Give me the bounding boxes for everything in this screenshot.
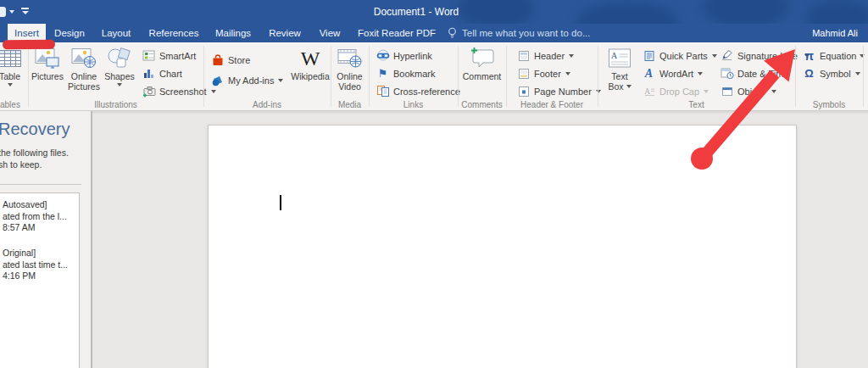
ribbon-group-links: Hyperlink ⚑ Bookmark Cross-reference Lin… — [369, 42, 458, 110]
account-user-name[interactable]: Mahmid Ali — [798, 24, 858, 42]
recovered-file-item[interactable]: Original] ated last time t... 4:16 PM — [3, 248, 75, 282]
date-time-button[interactable]: Date & Time — [718, 64, 806, 82]
wikipedia-button[interactable]: W Wikipedia — [292, 42, 329, 81]
header-button[interactable]: Header — [515, 47, 603, 64]
object-label: Object — [737, 86, 765, 97]
panel-divider — [91, 111, 92, 368]
titlebar-decoration — [704, 0, 788, 24]
tab-layout[interactable]: Layout — [95, 24, 137, 42]
bookmark-button[interactable]: ⚑ Bookmark — [374, 64, 462, 82]
cross-reference-icon — [376, 85, 390, 98]
dropdown-caret-icon — [278, 79, 283, 82]
title-bar: Document1 - Word — — [0, 0, 868, 24]
text-box-label-1: Text — [611, 71, 627, 81]
screenshot-label: Screenshot — [159, 86, 207, 97]
tab-references[interactable]: References — [144, 24, 203, 42]
ribbon-group-comments: Comment Comments — [458, 42, 506, 110]
customize-quick-access-toolbar-icon[interactable] — [21, 8, 29, 14]
my-addins-button[interactable]: My Add-ins — [209, 70, 292, 91]
text-box-icon: A — [608, 45, 632, 71]
recovery-intro-text: the following files. sh to keep. — [0, 147, 69, 170]
titlebar-decoration — [805, 0, 868, 24]
online-pictures-button[interactable]: Online Pictures — [65, 42, 103, 92]
bookmark-label: Bookmark — [393, 69, 436, 79]
document-page[interactable] — [208, 125, 797, 368]
ribbon-group-media: Online Video Media — [331, 42, 369, 110]
hyperlink-button[interactable]: Hyperlink — [374, 47, 462, 64]
footer-label: Footer — [534, 69, 561, 79]
store-label: Store — [228, 55, 250, 65]
recovered-file-name: Original] — [3, 248, 75, 259]
ribbon-group-tables: Table ables — [0, 42, 28, 110]
store-button[interactable]: Store — [209, 50, 292, 70]
dropdown-caret-icon — [565, 72, 570, 75]
tab-view[interactable]: View — [312, 24, 348, 42]
date-time-icon — [720, 67, 734, 81]
tab-foxit-reader-pdf[interactable]: Foxit Reader PDF — [353, 24, 441, 42]
ribbon-tab-bar: Insert Design Layout References Mailings… — [0, 24, 868, 42]
object-button[interactable]: Object — [718, 82, 806, 100]
quick-parts-button[interactable]: Quick Parts — [640, 47, 718, 64]
dropdown-caret-icon — [704, 90, 709, 93]
recovery-divider — [0, 184, 81, 185]
recovered-file-name: Autosaved] — [3, 199, 75, 211]
equation-label: Equation — [820, 51, 856, 61]
online-pictures-icon — [71, 45, 97, 71]
online-video-label-1: Online — [337, 71, 362, 81]
hyperlink-label: Hyperlink — [393, 51, 432, 61]
group-label-text: Text — [598, 100, 795, 109]
tab-design[interactable]: Design — [49, 24, 90, 42]
chevron-down-icon[interactable] — [9, 10, 14, 14]
footer-button[interactable]: Footer — [515, 64, 603, 82]
document-recovery-panel: Recovery the following files. sh to keep… — [0, 111, 91, 368]
recovered-file-item[interactable]: Autosaved] ated from the l... 8:57 AM — [3, 199, 75, 234]
dropdown-caret-icon — [855, 72, 860, 75]
tell-me-search[interactable]: Tell me what you want to do... — [448, 24, 591, 42]
quick-parts-label: Quick Parts — [659, 51, 708, 61]
shapes-label: Shapes — [104, 71, 135, 81]
recovery-panel-title: Recovery — [0, 120, 70, 139]
page-number-button[interactable]: Page Number — [515, 82, 603, 100]
ribbon-group-symbols: π Equation Ω Symbol Symbols — [795, 42, 863, 110]
text-box-button[interactable]: A Text Box — [603, 42, 637, 92]
pictures-label: Pictures — [31, 71, 64, 81]
svg-text:A: A — [644, 86, 651, 96]
recovery-intro-line1: the following files. — [0, 147, 69, 159]
drop-cap-button[interactable]: A Drop Cap — [640, 82, 718, 100]
online-video-label-2: Video — [338, 81, 361, 92]
dropdown-caret-icon — [771, 90, 776, 93]
symbol-button[interactable]: Ω Symbol — [800, 64, 860, 82]
text-box-label-2: Box — [608, 81, 631, 92]
recovered-file-desc: ated from the l... — [3, 211, 75, 223]
signature-line-icon — [720, 49, 734, 63]
comment-button[interactable]: Comment — [459, 42, 506, 81]
smartart-label: SmartArt — [159, 51, 196, 61]
object-icon — [720, 85, 734, 98]
wordart-button[interactable]: A WordArt — [640, 64, 718, 82]
window-title: Document1 - Word — [322, 0, 510, 24]
chart-label: Chart — [159, 69, 182, 79]
quick-parts-icon — [642, 49, 656, 63]
dropdown-caret-icon — [626, 85, 632, 88]
shapes-icon — [107, 45, 132, 71]
shapes-button[interactable]: Shapes — [103, 42, 136, 86]
header-icon — [516, 49, 531, 63]
chart-icon — [142, 67, 156, 81]
cross-reference-button[interactable]: Cross-reference — [374, 82, 462, 100]
group-label-addins: Add-ins — [203, 100, 331, 109]
online-video-icon — [337, 45, 363, 71]
tab-mailings[interactable]: Mailings — [209, 24, 258, 42]
dropdown-caret-icon — [117, 83, 122, 86]
online-pictures-label-2: Pictures — [68, 81, 100, 92]
tab-review[interactable]: Review — [263, 24, 307, 42]
signature-line-button[interactable]: Signature Line — [718, 47, 806, 64]
online-pictures-label-1: Online — [71, 71, 97, 81]
quick-access-icon[interactable] — [0, 7, 6, 17]
page-number-icon — [516, 85, 531, 98]
equation-button[interactable]: π Equation — [800, 47, 860, 64]
online-video-button[interactable]: Online Video — [331, 42, 369, 92]
tell-me-label: Tell me what you want to do... — [462, 28, 591, 38]
ribbon-group-text: A Text Box Quick Parts A Wor — [598, 42, 795, 110]
group-label-comments: Comments — [458, 100, 506, 109]
equation-icon: π — [802, 49, 816, 63]
